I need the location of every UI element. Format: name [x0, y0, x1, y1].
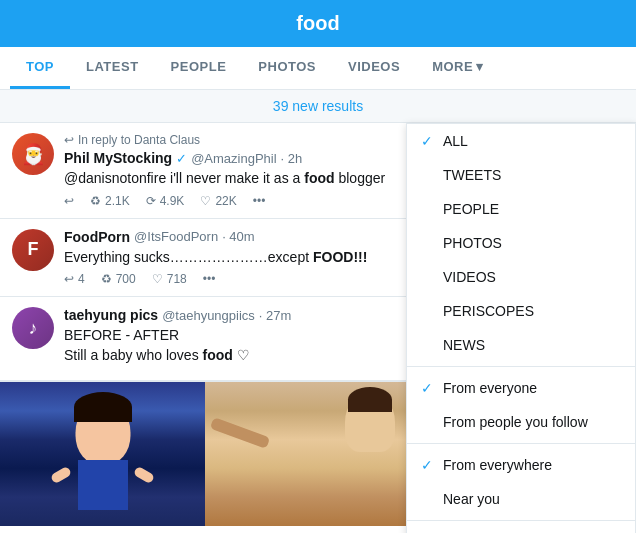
avatar: F	[12, 229, 54, 271]
filter-people[interactable]: PEOPLE	[407, 192, 635, 226]
ellipsis-icon: •••	[203, 272, 216, 286]
tweet-body: FoodPorn @ItsFoodPorn · 40m Everything s…	[64, 229, 398, 287]
videos-label: VIDEOS	[443, 269, 496, 285]
tweet-actions: ↩ 4 ♻ 700 ♡ 718 •••	[64, 272, 398, 286]
filter-dropdown: ALL TWEETS PEOPLE PHOTOS VIDEOS PERISCOP…	[406, 123, 636, 533]
filter-photos[interactable]: PHOTOS	[407, 226, 635, 260]
tweet-header: taehyung pics @taehyungpiics · 27m	[64, 307, 398, 323]
retweet2-icon: ⟳	[146, 194, 156, 208]
like-action[interactable]: ♡ 22K	[200, 194, 236, 208]
save-search-item[interactable]: Save this search	[407, 525, 635, 533]
tweet-handle[interactable]: @AmazingPhil	[191, 151, 276, 166]
like-action[interactable]: ♡ 718	[152, 272, 187, 286]
tweet-author-name[interactable]: Phil MyStocking	[64, 150, 172, 166]
from-everywhere-label: From everywhere	[443, 457, 552, 473]
table-row: 🎅 ↩ In reply to Danta Claus Phil MyStock…	[0, 123, 410, 219]
table-row: F FoodPorn @ItsFoodPorn · 40m Everything…	[0, 219, 410, 298]
tweet-author-name[interactable]: FoodPorn	[64, 229, 130, 245]
from-following-label: From people you follow	[443, 414, 588, 430]
reply-indicator: ↩ In reply to Danta Claus	[64, 133, 398, 147]
tweet-body: ↩ In reply to Danta Claus Phil MyStockin…	[64, 133, 398, 208]
heart-icon: ♡	[152, 272, 163, 286]
heart-icon: ♡	[200, 194, 211, 208]
reply-icon: ↩	[64, 272, 74, 286]
like-count: 22K	[215, 194, 236, 208]
tweet-images	[0, 381, 410, 526]
chevron-down-icon: ▾	[476, 59, 484, 74]
retweet-icon: ♻	[101, 272, 112, 286]
more-action[interactable]: •••	[203, 272, 216, 286]
reply-count: 4	[78, 272, 85, 286]
search-query-title: food	[296, 12, 339, 34]
highlight-word: food	[304, 170, 334, 186]
tweet-text: BEFORE - AFTER Still a baby who loves fo…	[64, 326, 398, 365]
tweet-time: · 27m	[259, 308, 292, 323]
tweet-feed: 🎅 ↩ In reply to Danta Claus Phil MyStock…	[0, 123, 410, 526]
photos-label: PHOTOS	[443, 235, 502, 251]
tweet-time: · 40m	[222, 229, 255, 244]
tweet-time: · 2h	[281, 151, 303, 166]
tweet-actions: ↩ ♻ 2.1K ⟳ 4.9K ♡ 22K •••	[64, 194, 398, 208]
ellipsis-icon: •••	[253, 194, 266, 208]
tab-videos[interactable]: VIDEOS	[332, 47, 416, 89]
reply-icon: ↩	[64, 133, 74, 147]
retweet-count: 700	[116, 272, 136, 286]
reply-action[interactable]: ↩ 4	[64, 272, 85, 286]
filter-from-everyone[interactable]: From everyone	[407, 371, 635, 405]
tab-people[interactable]: PEOPLE	[155, 47, 243, 89]
filter-from-following[interactable]: From people you follow	[407, 405, 635, 439]
tab-more[interactable]: MORE ▾	[416, 47, 500, 89]
highlight-word: FOOD!!!	[313, 249, 367, 265]
highlight-word: food	[203, 347, 233, 363]
filter-tweets[interactable]: TWEETS	[407, 158, 635, 192]
tweet-header: FoodPorn @ItsFoodPorn · 40m	[64, 229, 398, 245]
divider	[407, 443, 635, 444]
page-header: food	[0, 0, 636, 47]
filter-videos[interactable]: VIDEOS	[407, 260, 635, 294]
people-label: PEOPLE	[443, 201, 499, 217]
retweet2-count: 4.9K	[160, 194, 185, 208]
tweet-text: Everything sucks…………………except FOOD!!!	[64, 248, 398, 268]
news-label: NEWS	[443, 337, 485, 353]
avatar: ♪	[12, 307, 54, 349]
filter-from-everywhere[interactable]: From everywhere	[407, 448, 635, 482]
filter-all[interactable]: ALL	[407, 124, 635, 158]
reply-action[interactable]: ↩	[64, 194, 74, 208]
tweets-label: TWEETS	[443, 167, 501, 183]
image-after[interactable]	[205, 382, 410, 526]
periscopes-label: PERISCOPES	[443, 303, 534, 319]
divider	[407, 366, 635, 367]
table-row: ♪ taehyung pics @taehyungpiics · 27m BEF…	[0, 297, 410, 381]
tab-latest[interactable]: LATEST	[70, 47, 155, 89]
retweet-count: 2.1K	[105, 194, 130, 208]
more-action[interactable]: •••	[253, 194, 266, 208]
filter-news[interactable]: NEWS	[407, 328, 635, 362]
near-you-label: Near you	[443, 491, 500, 507]
retweet-icon: ♻	[90, 194, 101, 208]
retweet-action[interactable]: ♻ 2.1K	[90, 194, 130, 208]
tab-photos[interactable]: PHOTOS	[242, 47, 332, 89]
all-label: ALL	[443, 133, 468, 149]
main-content: 🎅 ↩ In reply to Danta Claus Phil MyStock…	[0, 123, 636, 526]
like-count: 718	[167, 272, 187, 286]
filter-periscopes[interactable]: PERISCOPES	[407, 294, 635, 328]
from-everyone-label: From everyone	[443, 380, 537, 396]
verified-icon: ✓	[176, 151, 187, 166]
image-before[interactable]	[0, 382, 205, 526]
divider	[407, 520, 635, 521]
tweet-body: taehyung pics @taehyungpiics · 27m BEFOR…	[64, 307, 398, 370]
tweet-handle[interactable]: @ItsFoodPorn	[134, 229, 218, 244]
filter-near-you[interactable]: Near you	[407, 482, 635, 516]
tweet-author-name[interactable]: taehyung pics	[64, 307, 158, 323]
tab-top[interactable]: TOP	[10, 47, 70, 89]
search-tabs: TOP LATEST PEOPLE PHOTOS VIDEOS MORE ▾	[0, 47, 636, 90]
tweet-header: Phil MyStocking ✓ @AmazingPhil · 2h	[64, 150, 398, 166]
tweet-text: @danisnotonfire i'll never make it as a …	[64, 169, 398, 189]
retweet2-action[interactable]: ⟳ 4.9K	[146, 194, 185, 208]
reply-icon: ↩	[64, 194, 74, 208]
tweet-handle[interactable]: @taehyungpiics	[162, 308, 255, 323]
new-results-bar[interactable]: 39 new results	[0, 90, 636, 123]
avatar: 🎅	[12, 133, 54, 175]
retweet-action[interactable]: ♻ 700	[101, 272, 136, 286]
